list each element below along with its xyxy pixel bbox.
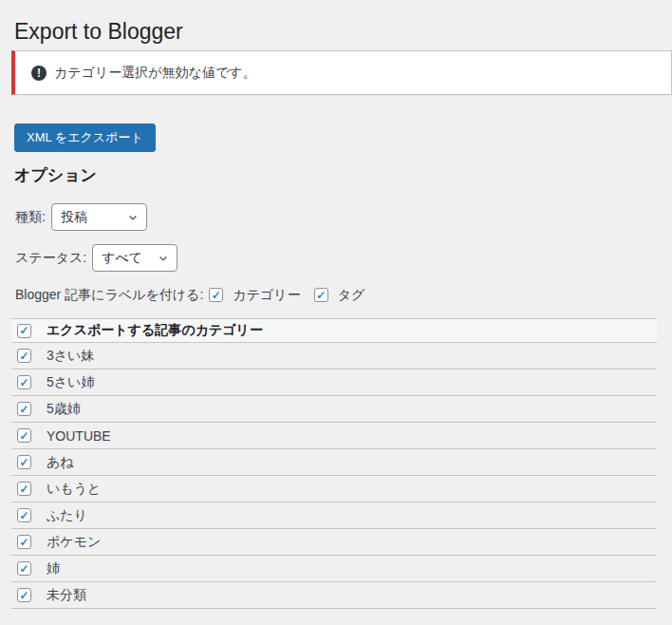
category-label: 5さい姉 bbox=[47, 374, 94, 391]
category-row: ✓ ふたり bbox=[11, 502, 657, 529]
check-icon: ✓ bbox=[19, 589, 28, 600]
alert-icon: ! bbox=[31, 66, 47, 81]
status-select-value: すべて bbox=[102, 250, 142, 267]
status-select[interactable]: すべて bbox=[92, 244, 177, 272]
category-row: ✓ 5さい姉 bbox=[11, 369, 657, 396]
check-icon: ✓ bbox=[19, 376, 28, 388]
check-icon: ✓ bbox=[19, 509, 28, 521]
category-checkbox[interactable]: ✓ bbox=[17, 455, 31, 469]
type-field-row: 種類: 投稿 bbox=[15, 203, 672, 231]
category-label: YOUTUBE bbox=[47, 428, 111, 444]
label-tags-text: タグ bbox=[338, 287, 365, 303]
check-icon: ✓ bbox=[19, 429, 28, 441]
category-label: いもうと bbox=[47, 481, 101, 498]
category-checkbox[interactable]: ✓ bbox=[17, 402, 31, 416]
check-icon: ✓ bbox=[19, 456, 28, 467]
page-wrap: Export to Blogger ! カテゴリー選択が無効な値です。 XML … bbox=[11, 0, 672, 609]
category-table-header: ✓ エクスポートする記事のカテゴリー bbox=[11, 319, 657, 343]
error-notice-message: カテゴリー選択が無効な値です。 bbox=[54, 65, 256, 81]
category-table: ✓ エクスポートする記事のカテゴリー ✓ 3さい妹 ✓ 5さい姉 ✓ 5歳姉 ✓… bbox=[11, 318, 657, 609]
check-icon: ✓ bbox=[19, 325, 28, 336]
category-label: 5歳姉 bbox=[47, 401, 81, 418]
category-checkbox[interactable]: ✓ bbox=[17, 508, 31, 522]
status-field-label: ステータス: bbox=[15, 250, 86, 267]
check-icon: ✓ bbox=[19, 350, 28, 361]
options-heading: オプション bbox=[14, 165, 672, 185]
page-title: Export to Blogger bbox=[14, 0, 672, 46]
category-table-body: ✓ 3さい妹 ✓ 5さい姉 ✓ 5歳姉 ✓ YOUTUBE ✓ あね ✓ いもう… bbox=[11, 343, 657, 609]
category-row: ✓ 未分類 bbox=[11, 582, 657, 609]
category-row: ✓ 5歳姉 bbox=[11, 396, 657, 423]
type-select[interactable]: 投稿 bbox=[51, 203, 147, 231]
type-field-label: 種類: bbox=[15, 209, 46, 226]
category-label: ふたり bbox=[47, 507, 87, 524]
blogger-labels-row: Blogger 記事にラベルを付ける: ✓ カテゴリー ✓ タグ bbox=[15, 287, 672, 303]
category-checkbox[interactable]: ✓ bbox=[17, 349, 31, 363]
error-notice: ! カテゴリー選択が無効な値です。 bbox=[11, 50, 672, 95]
category-label: あね bbox=[47, 454, 74, 471]
export-xml-button[interactable]: XML をエクスポート bbox=[14, 123, 156, 152]
blogger-labels-label: Blogger 記事にラベルを付ける: bbox=[15, 287, 203, 303]
category-row: ✓ 3さい妹 bbox=[11, 343, 657, 369]
category-table-header-label: エクスポートする記事のカテゴリー bbox=[47, 322, 263, 339]
check-icon: ✓ bbox=[19, 403, 28, 414]
category-checkbox[interactable]: ✓ bbox=[17, 535, 31, 549]
category-label: 未分類 bbox=[47, 587, 86, 604]
label-categories-text: カテゴリー bbox=[233, 287, 300, 303]
category-label: 姉 bbox=[47, 560, 60, 578]
chevron-down-icon bbox=[158, 253, 169, 264]
category-row: ✓ ポケモン bbox=[11, 529, 657, 556]
category-checkbox[interactable]: ✓ bbox=[17, 375, 31, 389]
category-row: ✓ 姉 bbox=[11, 556, 657, 582]
category-checkbox[interactable]: ✓ bbox=[17, 428, 31, 443]
check-icon: ✓ bbox=[19, 562, 28, 574]
label-tags-checkbox[interactable]: ✓ bbox=[314, 288, 328, 302]
check-icon: ✓ bbox=[19, 536, 28, 547]
category-row: ✓ あね bbox=[11, 449, 657, 476]
category-label: 3さい妹 bbox=[47, 348, 94, 365]
category-checkbox[interactable]: ✓ bbox=[17, 561, 31, 576]
check-icon: ✓ bbox=[19, 483, 28, 494]
category-checkbox[interactable]: ✓ bbox=[17, 482, 31, 496]
label-categories-checkbox[interactable]: ✓ bbox=[209, 288, 223, 302]
category-checkbox[interactable]: ✓ bbox=[17, 588, 31, 602]
category-row: ✓ YOUTUBE bbox=[11, 423, 657, 449]
type-select-value: 投稿 bbox=[61, 209, 87, 226]
chevron-down-icon bbox=[127, 212, 139, 223]
category-row: ✓ いもうと bbox=[11, 476, 657, 502]
check-icon: ✓ bbox=[212, 289, 221, 300]
category-label: ポケモン bbox=[47, 534, 101, 551]
check-icon: ✓ bbox=[316, 289, 326, 300]
status-field-row: ステータス: すべて bbox=[15, 244, 672, 272]
select-all-categories-checkbox[interactable]: ✓ bbox=[17, 324, 31, 338]
